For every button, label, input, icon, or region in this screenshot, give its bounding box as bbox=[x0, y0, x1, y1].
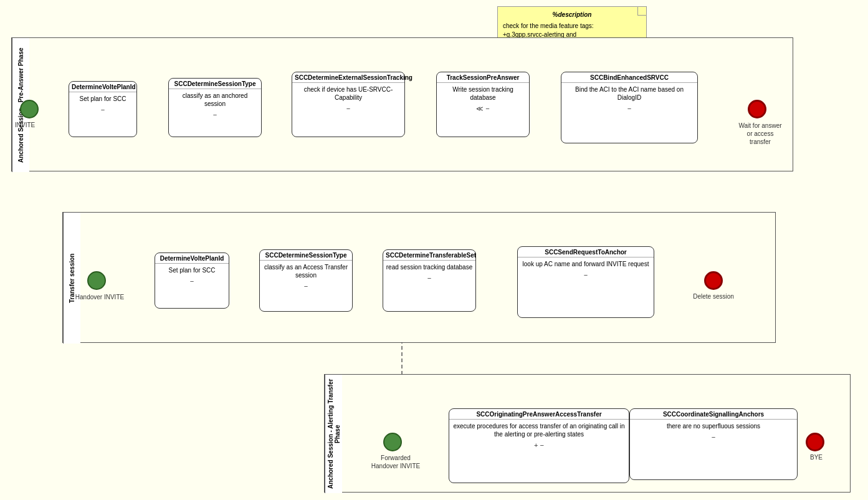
node10-title: SCCOriginatingPreAnswerAccessTransfer bbox=[449, 409, 629, 420]
node11-body: there are no superfluous sessions bbox=[630, 420, 797, 433]
node-scc-determine-session-type-1: SCCDetermineSessionType classify as an a… bbox=[168, 78, 262, 137]
node-determine-volte-plan: DetermineVoltePlanId Set plan for SCC − bbox=[69, 81, 137, 137]
node4-title: TrackSessionPreAnswer bbox=[437, 72, 529, 83]
lane2-end-circle bbox=[704, 271, 723, 290]
node5-footer: − bbox=[561, 104, 697, 113]
node9-body: look up AC name and forward INVITE reque… bbox=[518, 257, 654, 271]
lane3-start-label: Forwarded Handover INVITE bbox=[371, 454, 421, 470]
lane2-start-label: Handover INVITE bbox=[75, 293, 125, 301]
lane1-start-label: INVITE bbox=[15, 122, 35, 128]
node2-title: SCCDetermineSessionType bbox=[169, 79, 261, 89]
node-scc-determine-transferable: SCCDetermineTransferableSet read session… bbox=[383, 249, 476, 312]
node9-title: SCCSendRequestToAnchor bbox=[518, 247, 654, 257]
node11-title: SCCCoordinateSignallingAnchors bbox=[630, 409, 797, 420]
node-scc-coordinate-signalling: SCCCoordinateSignallingAnchors there are… bbox=[629, 408, 798, 480]
node11-footer: − bbox=[630, 433, 797, 442]
node2-body: classify as an anchored session bbox=[169, 89, 261, 110]
node1-footer: − bbox=[69, 105, 136, 115]
lane2-label: Transfer session bbox=[63, 213, 80, 344]
lane3-label: Anchored Session - Alerting Transfer Pha… bbox=[325, 375, 342, 493]
node7-footer: − bbox=[260, 282, 352, 291]
node4-footer: ≪ − bbox=[437, 104, 529, 114]
node-determine-volte-plan-2: DetermineVoltePlanId Set plan for SCC − bbox=[155, 252, 229, 309]
node-scc-originating-pre-answer: SCCOriginatingPreAnswerAccessTransfer ex… bbox=[449, 408, 629, 483]
lane2-start-circle bbox=[87, 271, 106, 290]
lane1-start-circle bbox=[20, 100, 39, 118]
node7-body: classify as an Access Transfer session bbox=[260, 261, 352, 282]
node10-body: execute procedures for access transfer o… bbox=[449, 420, 629, 441]
note-title: %description bbox=[503, 11, 641, 19]
node7-title: SCCDetermineSessionType bbox=[260, 250, 352, 261]
node1-body: Set plan for SCC bbox=[69, 92, 136, 105]
node10-footer: + − bbox=[449, 441, 629, 450]
node8-title: SCCDetermineTransferableSet bbox=[383, 250, 475, 261]
node-scc-determine-external: SCCDetermineExternalSessionTracking chec… bbox=[292, 72, 405, 137]
lane3-start-circle bbox=[383, 433, 402, 451]
node4-body: Write session tracking database bbox=[437, 83, 529, 104]
node8-body: read session tracking database bbox=[383, 261, 475, 274]
node-scc-send-request: SCCSendRequestToAnchor look up AC name a… bbox=[517, 246, 654, 318]
lane3-end-label: BYE bbox=[804, 454, 829, 461]
node3-title: SCCDetermineExternalSessionTracking bbox=[292, 72, 404, 83]
diagram-container: Handover INVITE %description check for t… bbox=[0, 0, 868, 500]
node1-title: DetermineVoltePlanId bbox=[69, 82, 136, 92]
node-scc-bind-enhanced: SCCBindEnhancedSRVCC Bind the ACI to the… bbox=[561, 72, 698, 143]
lane2-end-label: Delete session bbox=[692, 293, 735, 300]
node6-title: DetermineVoltePlanId bbox=[155, 253, 229, 264]
node9-footer: − bbox=[518, 271, 654, 280]
node6-body: Set plan for SCC bbox=[155, 264, 229, 277]
node-track-session-preanswer: TrackSessionPreAnswer Write session trac… bbox=[436, 72, 530, 137]
node5-title: SCCBindEnhancedSRVCC bbox=[561, 72, 697, 83]
node3-footer: − bbox=[292, 104, 404, 113]
node8-footer: − bbox=[383, 274, 475, 283]
node2-footer: − bbox=[169, 110, 261, 120]
node6-footer: − bbox=[155, 277, 229, 286]
lane1-end-label: Wait for answer or access transfer bbox=[738, 122, 782, 146]
lane3-end-circle bbox=[806, 433, 824, 451]
node-scc-determine-session-type-2: SCCDetermineSessionType classify as an A… bbox=[259, 249, 353, 312]
node5-body: Bind the ACI to the ACI name based on Di… bbox=[561, 83, 697, 104]
lane1-end-circle bbox=[748, 100, 766, 118]
node3-body: check if device has UE-SRVCC-Capability bbox=[292, 83, 404, 104]
